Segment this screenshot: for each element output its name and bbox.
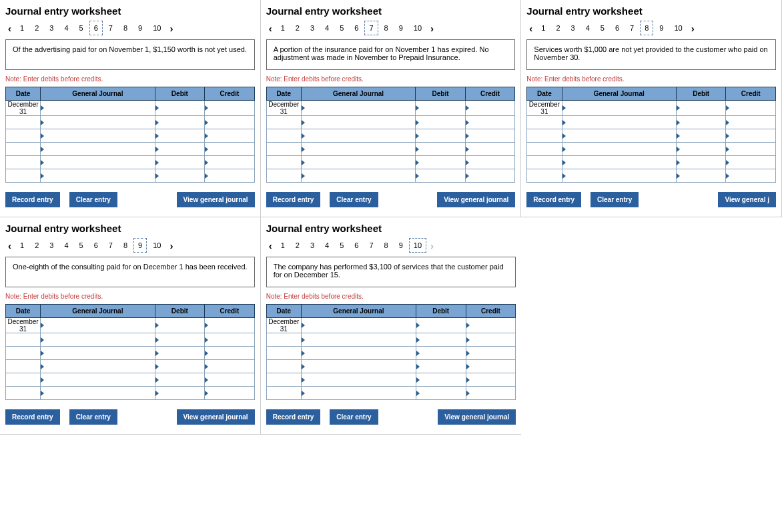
cell-date[interactable]	[6, 129, 41, 143]
cell-debit[interactable]	[676, 143, 726, 156]
chevron-right-icon[interactable]: ›	[428, 23, 436, 34]
pager-tab[interactable]: 3	[306, 238, 319, 253]
cell-general-journal[interactable]	[562, 101, 676, 116]
pager-tab[interactable]: 10	[409, 238, 426, 253]
cell-credit[interactable]	[466, 333, 516, 347]
cell-date[interactable]	[266, 347, 301, 360]
cell-debit[interactable]	[416, 318, 466, 333]
cell-debit[interactable]	[676, 116, 726, 129]
cell-date[interactable]: December 31	[6, 101, 41, 116]
cell-credit[interactable]	[205, 387, 255, 400]
cell-credit[interactable]	[726, 143, 776, 156]
cell-debit[interactable]	[155, 116, 205, 129]
pager-tab[interactable]: 9	[394, 21, 408, 35]
clear-entry-button[interactable]: Clear entry	[330, 192, 378, 207]
cell-credit[interactable]	[465, 116, 515, 129]
cell-debit[interactable]	[416, 169, 466, 183]
cell-general-journal[interactable]	[301, 116, 415, 129]
cell-date[interactable]	[266, 129, 301, 143]
cell-date[interactable]: December 31	[266, 101, 301, 116]
cell-debit[interactable]	[416, 143, 466, 156]
chevron-left-icon[interactable]: ‹	[5, 240, 14, 251]
cell-credit[interactable]	[205, 318, 255, 333]
cell-general-journal[interactable]	[562, 143, 676, 156]
record-entry-button[interactable]: Record entry	[266, 409, 321, 425]
pager-tab[interactable]: 4	[59, 238, 73, 253]
pager-tab[interactable]: 3	[306, 21, 319, 35]
pager-tab[interactable]: 6	[89, 21, 103, 35]
cell-general-journal[interactable]	[301, 129, 415, 143]
cell-debit[interactable]	[416, 116, 466, 129]
cell-general-journal[interactable]	[562, 129, 676, 143]
cell-general-journal[interactable]	[41, 360, 155, 373]
clear-entry-button[interactable]: Clear entry	[330, 409, 378, 425]
cell-general-journal[interactable]	[301, 101, 415, 116]
cell-credit[interactable]	[205, 116, 255, 129]
view-general-journal-button[interactable]: View general journal	[177, 192, 255, 207]
cell-date[interactable]: December 31	[266, 318, 301, 333]
pager-tab[interactable]: 6	[611, 21, 624, 35]
pager-tab[interactable]: 10	[148, 21, 165, 35]
pager-tab[interactable]: 4	[320, 21, 334, 35]
cell-debit[interactable]	[676, 129, 726, 143]
pager-tab[interactable]: 7	[364, 21, 378, 35]
chevron-right-icon[interactable]: ›	[167, 240, 175, 251]
pager-tab[interactable]: 4	[59, 21, 73, 35]
cell-date[interactable]	[527, 116, 562, 129]
pager-tab[interactable]: 10	[409, 21, 426, 35]
cell-credit[interactable]	[726, 101, 776, 116]
chevron-left-icon[interactable]: ‹	[266, 23, 275, 34]
cell-date[interactable]	[6, 116, 41, 129]
pager-tab[interactable]: 5	[335, 21, 348, 35]
chevron-left-icon[interactable]: ‹	[266, 240, 275, 251]
pager-tab[interactable]: 4	[320, 238, 334, 253]
pager-tab[interactable]: 7	[625, 21, 639, 35]
record-entry-button[interactable]: Record entry	[526, 192, 581, 207]
cell-debit[interactable]	[155, 360, 205, 373]
pager-tab[interactable]: 3	[45, 238, 58, 253]
cell-debit[interactable]	[416, 373, 466, 387]
pager-tab[interactable]: 8	[119, 238, 132, 253]
cell-general-journal[interactable]	[301, 143, 415, 156]
pager-tab[interactable]: 9	[655, 21, 668, 35]
cell-debit[interactable]	[155, 373, 205, 387]
cell-date[interactable]	[6, 387, 41, 400]
cell-date[interactable]: December 31	[527, 101, 562, 116]
pager-tab[interactable]: 3	[566, 21, 580, 35]
pager-tab[interactable]: 4	[581, 21, 595, 35]
pager-tab[interactable]: 8	[380, 238, 393, 253]
cell-credit[interactable]	[726, 156, 776, 169]
cell-general-journal[interactable]	[301, 387, 416, 400]
cell-debit[interactable]	[155, 387, 205, 400]
cell-credit[interactable]	[465, 129, 515, 143]
cell-debit[interactable]	[155, 347, 205, 360]
clear-entry-button[interactable]: Clear entry	[69, 409, 117, 425]
cell-general-journal[interactable]	[301, 156, 415, 169]
cell-credit[interactable]	[205, 360, 255, 373]
clear-entry-button[interactable]: Clear entry	[591, 192, 639, 207]
cell-general-journal[interactable]	[562, 156, 676, 169]
cell-general-journal[interactable]	[301, 169, 415, 183]
cell-credit[interactable]	[205, 101, 255, 116]
cell-debit[interactable]	[416, 333, 466, 347]
pager-tab[interactable]: 2	[30, 21, 43, 35]
cell-debit[interactable]	[416, 156, 466, 169]
pager-tab[interactable]: 7	[104, 21, 117, 35]
cell-debit[interactable]	[676, 169, 726, 183]
pager-tab[interactable]: 8	[640, 21, 653, 35]
cell-credit[interactable]	[205, 333, 255, 347]
cell-general-journal[interactable]	[301, 347, 416, 360]
cell-general-journal[interactable]	[301, 318, 416, 333]
pager-tab[interactable]: 9	[133, 21, 147, 35]
pager-tab[interactable]: 10	[148, 238, 165, 253]
cell-debit[interactable]	[155, 129, 205, 143]
pager-tab[interactable]: 6	[350, 238, 363, 253]
cell-credit[interactable]	[205, 129, 255, 143]
cell-credit[interactable]	[205, 156, 255, 169]
pager-tab[interactable]: 2	[291, 238, 304, 253]
chevron-right-icon[interactable]: ›	[167, 23, 175, 34]
cell-credit[interactable]	[466, 360, 516, 373]
cell-date[interactable]	[266, 156, 301, 169]
pager-tab[interactable]: 9	[394, 238, 408, 253]
cell-general-journal[interactable]	[41, 347, 155, 360]
